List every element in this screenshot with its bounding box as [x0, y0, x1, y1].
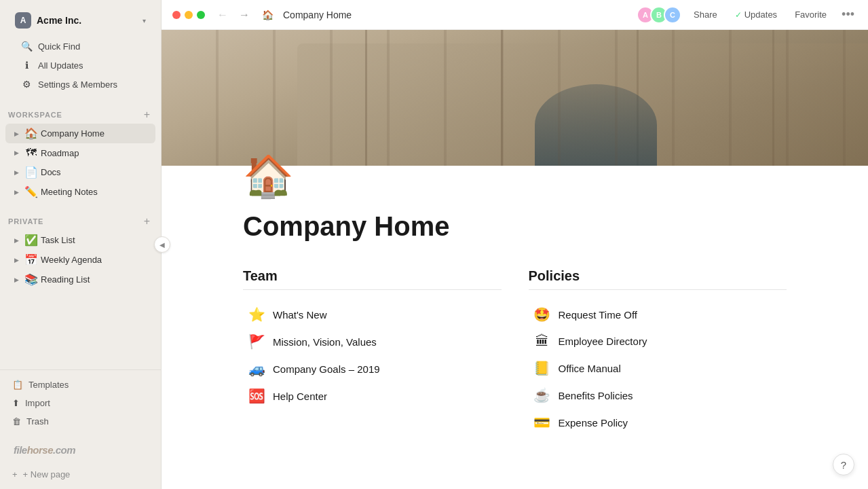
back-button[interactable]: ← — [213, 6, 232, 24]
quick-find-label: Quick Find — [38, 41, 80, 52]
collapse-icon: ◀ — [159, 241, 165, 249]
add-workspace-item-button[interactable]: + — [141, 109, 153, 121]
task-list-icon: ✅ — [24, 234, 38, 247]
search-icon: 🔍 — [20, 41, 33, 52]
roadmap-label: Roadmap — [41, 148, 150, 158]
tree-item-add-button[interactable]: + — [143, 128, 151, 140]
tree-item-task-list[interactable]: ▶ ✅ Task List — [5, 230, 155, 250]
workspace-icon: A — [15, 12, 31, 29]
policies-column-title: Policies — [529, 268, 787, 290]
team-column: Team ⭐ What's New 🚩 Mission, Vision, Val… — [243, 268, 502, 436]
help-center-label: Help Center — [273, 391, 327, 402]
trash-item[interactable]: 🗑 Trash — [5, 412, 155, 431]
private-tree: ▶ ✅ Task List ▶ 📅 Weekly Agenda ▶ 📚 Read… — [0, 230, 161, 289]
link-office-manual[interactable]: 📒 Office Manual — [529, 355, 787, 382]
sidebar: A Acme Inc. ▾ 🔍 Quick Find ℹ All Updates… — [0, 0, 162, 489]
help-button[interactable]: ? — [833, 454, 854, 475]
link-benefits-policies[interactable]: ☕ Benefits Policies — [529, 382, 787, 409]
updates-icon: ℹ — [20, 60, 33, 71]
coffee-icon: ☕ — [533, 387, 552, 403]
tree-item-docs[interactable]: ▶ 📄 Docs — [5, 162, 155, 182]
sidebar-bottom: 📋 Templates ⬆ Import 🗑 Trash filehorse.c… — [0, 369, 161, 489]
all-updates-item[interactable]: ℹ All Updates — [14, 56, 147, 75]
expense-policy-label: Expense Policy — [559, 417, 628, 429]
meeting-notes-icon: ✏️ — [24, 185, 38, 198]
all-updates-label: All Updates — [38, 60, 83, 71]
quick-find-item[interactable]: 🔍 Quick Find — [14, 37, 147, 56]
help-icon: ? — [841, 459, 846, 471]
tree-item-options-button[interactable]: ••• — [128, 128, 141, 140]
tree-arrow-icon: ▶ — [11, 167, 22, 178]
new-page-icon: + — [12, 469, 18, 479]
link-company-goals[interactable]: 🚙 Company Goals – 2019 — [243, 355, 502, 382]
weekly-agenda-icon: 📅 — [24, 253, 38, 266]
company-home-icon: 🏠 — [24, 127, 38, 140]
check-icon: ✓ — [735, 10, 742, 20]
page-content: 🏠 Company Home Team ⭐ What's New 🚩 Missi… — [162, 30, 868, 489]
import-icon: ⬆ — [12, 398, 20, 408]
content-columns: Team ⭐ What's New 🚩 Mission, Vision, Val… — [243, 268, 787, 436]
share-label: Share — [694, 10, 717, 20]
tree-arrow-icon: ▶ — [11, 255, 22, 266]
templates-item[interactable]: 📋 Templates — [5, 376, 155, 394]
nav-arrows: ← → — [213, 6, 254, 24]
titlebar: ← → 🏠 Company Home A B C Share ✓ Updates… — [162, 0, 868, 30]
tree-arrow-icon: ▶ — [11, 147, 22, 158]
page-emoji: 🏠 — [243, 145, 787, 200]
reading-list-icon: 📚 — [24, 273, 38, 286]
link-expense-policy[interactable]: 💳 Expense Policy — [529, 409, 787, 436]
page-body: 🏠 Company Home Team ⭐ What's New 🚩 Missi… — [162, 145, 868, 477]
templates-label: Templates — [29, 380, 69, 390]
filehorse-logo: filehorse.com — [5, 437, 155, 463]
sos-icon: 🆘 — [247, 388, 266, 404]
more-options-button[interactable]: ••• — [839, 5, 857, 24]
maximize-button[interactable] — [197, 11, 205, 19]
whats-new-label: What's New — [273, 309, 327, 321]
request-time-off-label: Request Time Off — [559, 309, 637, 321]
add-private-item-button[interactable]: + — [141, 215, 153, 228]
workspace-header[interactable]: A Acme Inc. ▾ — [8, 7, 153, 34]
office-manual-label: Office Manual — [559, 363, 621, 374]
company-goals-label: Company Goals – 2019 — [273, 363, 380, 375]
tree-item-reading-list[interactable]: ▶ 📚 Reading List — [5, 270, 155, 289]
policies-column: Policies 🤩 Request Time Off 🏛 Employee D… — [529, 268, 787, 436]
mission-label: Mission, Vision, Values — [273, 336, 377, 348]
settings-item[interactable]: ⚙ Settings & Members — [14, 75, 147, 94]
policies-links: 🤩 Request Time Off 🏛 Employee Directory … — [529, 301, 787, 436]
traffic-lights — [172, 11, 205, 19]
workspace-name: Acme Inc. — [37, 15, 137, 26]
tree-arrow-icon: ▶ — [11, 235, 22, 246]
tree-arrow-icon: ▶ — [11, 274, 22, 285]
link-mission[interactable]: 🚩 Mission, Vision, Values — [243, 328, 502, 355]
templates-icon: 📋 — [12, 380, 23, 390]
new-page-label: + New page — [23, 469, 71, 479]
star-icon: ⭐ — [247, 306, 266, 323]
team-column-title: Team — [243, 268, 502, 290]
new-page-button[interactable]: + + New page — [5, 465, 155, 484]
flag-icon: 🚩 — [247, 333, 266, 350]
tree-item-company-home[interactable]: ▶ 🏠 Company Home ••• + — [5, 124, 155, 143]
link-request-time-off[interactable]: 🤩 Request Time Off — [529, 301, 787, 328]
tree-item-roadmap[interactable]: ▶ 🗺 Roadmap — [5, 143, 155, 162]
favorite-button[interactable]: Favorite — [789, 7, 832, 22]
forward-button[interactable]: → — [235, 6, 254, 24]
tree-item-meeting-notes[interactable]: ▶ ✏️ Meeting Notes — [5, 182, 155, 202]
docs-label: Docs — [41, 167, 150, 177]
import-item[interactable]: ⬆ Import — [5, 394, 155, 412]
task-list-label: Task List — [41, 235, 150, 245]
page-title: Company Home — [243, 211, 787, 241]
share-button[interactable]: Share — [688, 7, 723, 22]
sidebar-collapse-button[interactable]: ◀ — [154, 236, 170, 253]
meeting-notes-label: Meeting Notes — [41, 187, 150, 197]
card-icon: 💳 — [533, 414, 552, 431]
close-button[interactable] — [172, 11, 181, 19]
avatar-3: C — [664, 6, 681, 24]
link-help-center[interactable]: 🆘 Help Center — [243, 382, 502, 410]
tree-item-weekly-agenda[interactable]: ▶ 📅 Weekly Agenda — [5, 250, 155, 270]
minimize-button[interactable] — [185, 11, 193, 19]
link-employee-directory[interactable]: 🏛 Employee Directory — [529, 328, 787, 355]
trash-label: Trash — [26, 416, 49, 427]
link-whats-new[interactable]: ⭐ What's New — [243, 301, 502, 328]
updates-button[interactable]: ✓ Updates — [730, 7, 782, 22]
car-icon: 🚙 — [247, 361, 266, 377]
